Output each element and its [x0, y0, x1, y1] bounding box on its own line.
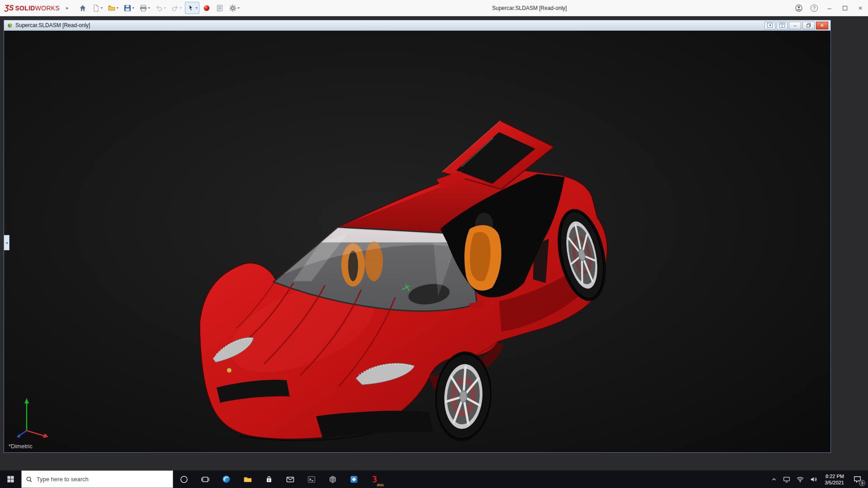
- document-list-icon: [216, 4, 224, 12]
- supercar-render[interactable]: [4, 31, 830, 452]
- options-button[interactable]: ▾: [227, 2, 241, 14]
- cortana-button[interactable]: [173, 470, 194, 488]
- start-button[interactable]: [0, 470, 21, 488]
- windows-logo-icon: [7, 475, 14, 483]
- doc-close-button[interactable]: ×: [816, 22, 828, 29]
- window-controls: ? – ×: [791, 0, 868, 16]
- quick-access-toolbar: ▾ ▾ ▾ ▾ ▾ ▾ ▾: [77, 2, 241, 14]
- close-icon: ×: [821, 23, 823, 28]
- app-title: Supercar.SLDASM [Read-only]: [492, 0, 566, 16]
- folder-icon: [243, 475, 252, 484]
- volume-button[interactable]: [807, 470, 821, 488]
- undo-icon: [155, 4, 163, 12]
- search-input[interactable]: [37, 476, 169, 483]
- select-cursor-icon: [187, 4, 195, 12]
- network-button[interactable]: [793, 470, 807, 488]
- gray-cube-icon: [328, 475, 337, 484]
- minimize-icon: –: [793, 23, 796, 28]
- speaker-icon: [810, 475, 818, 483]
- terminal-icon: [307, 475, 316, 484]
- pane-arrow-icon: [767, 23, 773, 28]
- minimize-button[interactable]: –: [822, 0, 837, 16]
- assembly-icon: [6, 22, 13, 29]
- home-icon: [79, 4, 87, 12]
- edge-button[interactable]: [216, 470, 237, 488]
- search-icon: [26, 476, 33, 483]
- dropdown-arrow-icon[interactable]: ▾: [164, 6, 166, 10]
- task-view-button[interactable]: [194, 470, 216, 488]
- dropdown-arrow-icon[interactable]: ▾: [101, 6, 103, 10]
- save-icon: [123, 4, 132, 12]
- edge-icon: [222, 474, 231, 484]
- store-button[interactable]: [258, 470, 279, 488]
- dropdown-arrow-icon[interactable]: ▾: [180, 6, 182, 10]
- solidworks-year-badge: 2021: [377, 483, 384, 487]
- document-window: Supercar.SLDASM [Read-only] – ×: [4, 20, 831, 453]
- menu-flyout-button[interactable]: ▸: [66, 5, 69, 11]
- red-sphere-icon: [203, 4, 211, 12]
- close-button[interactable]: ×: [853, 0, 868, 16]
- pane-split-icon: [779, 23, 785, 28]
- account-button[interactable]: [791, 0, 807, 16]
- document-title: Supercar.SLDASM [Read-only]: [15, 22, 90, 28]
- undo-button[interactable]: ▾: [153, 2, 168, 14]
- gear-icon: [229, 4, 237, 12]
- pinned-app-button[interactable]: [343, 470, 364, 488]
- doc-minimize-button[interactable]: –: [789, 22, 801, 29]
- dropdown-arrow-icon[interactable]: ▾: [196, 6, 198, 10]
- dropdown-arrow-icon[interactable]: ▾: [132, 6, 134, 10]
- action-center-button[interactable]: 3: [848, 470, 866, 488]
- file-explorer-button[interactable]: [237, 470, 258, 488]
- redo-button[interactable]: ▾: [169, 2, 184, 14]
- open-button[interactable]: ▾: [106, 2, 120, 14]
- solidworks-app-icon: [370, 474, 380, 484]
- shopping-bag-icon: [264, 475, 274, 484]
- document-window-controls: – ×: [764, 22, 828, 29]
- help-button[interactable]: ?: [807, 0, 822, 16]
- select-tool-button[interactable]: ▾: [185, 2, 199, 14]
- chevron-up-icon: [771, 476, 777, 483]
- brand-text-bold: SOLID: [15, 5, 35, 12]
- clock-date: 3/5/2021: [825, 479, 844, 486]
- feature-manager-collapse-tab[interactable]: ◂: [4, 235, 9, 250]
- mail-button[interactable]: [279, 470, 301, 488]
- taskbar-clock[interactable]: 8:22 PM 3/5/2021: [821, 473, 848, 486]
- new-document-button[interactable]: ▾: [90, 2, 104, 14]
- new-document-icon: [92, 4, 100, 12]
- viewer-3d-button[interactable]: [322, 470, 343, 488]
- 3dexperience-button[interactable]: [201, 2, 212, 14]
- home-button[interactable]: [77, 2, 89, 14]
- desktop: ƷS SOLID WORKS ▸ ▾ ▾ ▾ ▾: [0, 0, 868, 488]
- document-titlebar[interactable]: Supercar.SLDASM [Read-only] – ×: [4, 20, 830, 30]
- solidworks-logo: ƷS SOLID WORKS: [5, 4, 60, 12]
- print-button[interactable]: ▾: [137, 2, 152, 14]
- app-client-area: Supercar.SLDASM [Read-only] – ×: [0, 16, 868, 470]
- maximize-button[interactable]: [837, 0, 853, 16]
- solidworks-taskbar-button[interactable]: 2021: [364, 470, 386, 488]
- tray-expand-button[interactable]: [768, 470, 780, 488]
- help-icon: ?: [811, 5, 818, 12]
- app-titlebar: ƷS SOLID WORKS ▸ ▾ ▾ ▾ ▾: [0, 0, 868, 16]
- orientation-triad: [15, 392, 58, 439]
- view-orientation-label: *Dimetric: [9, 443, 33, 450]
- taskbar-search[interactable]: [21, 470, 173, 488]
- document-properties-button[interactable]: [214, 2, 226, 14]
- dropdown-arrow-icon[interactable]: ▾: [238, 6, 240, 10]
- taskbar: 2021 8:22 PM 3/5/2021 3: [0, 470, 868, 488]
- minimize-icon: –: [828, 5, 831, 12]
- tray-status-button[interactable]: [780, 470, 793, 488]
- dropdown-arrow-icon[interactable]: ▾: [117, 6, 118, 10]
- cortana-icon: [179, 475, 189, 484]
- pane-split-button[interactable]: [777, 22, 788, 29]
- save-button[interactable]: ▾: [122, 2, 136, 14]
- doc-restore-button[interactable]: [802, 22, 815, 29]
- dropdown-arrow-icon[interactable]: ▾: [148, 6, 150, 10]
- 3d-viewport[interactable]: ◂: [4, 30, 830, 452]
- open-folder-icon: [108, 4, 116, 12]
- solidworks-mark-icon: ƷS: [5, 4, 14, 12]
- system-tray: 8:22 PM 3/5/2021 3: [768, 470, 868, 488]
- notification-count-badge: 3: [859, 480, 865, 486]
- terminal-button[interactable]: [301, 470, 322, 488]
- pane-preview-button[interactable]: [764, 22, 775, 29]
- close-icon: ×: [859, 5, 862, 12]
